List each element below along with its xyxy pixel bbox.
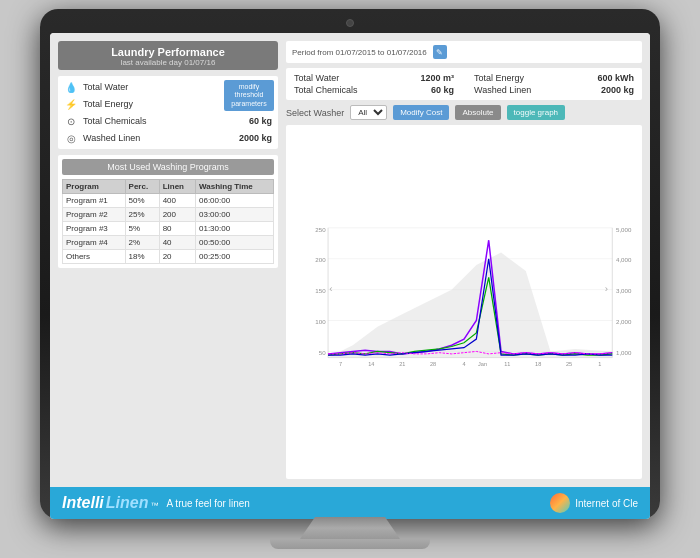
- program-linen: 80: [159, 222, 195, 236]
- svg-text:‹: ‹: [329, 283, 332, 294]
- period-bar: Period from 01/07/2015 to 01/07/2016 ✎: [286, 41, 642, 63]
- svg-text:4,000: 4,000: [616, 256, 632, 263]
- right-linen-label: Washed Linen: [474, 85, 595, 95]
- svg-text:18: 18: [535, 361, 541, 367]
- right-linen-value: 2000 kg: [601, 85, 634, 95]
- monitor-base: [270, 539, 430, 549]
- right-stats: Total Water 1200 m³ Total Energy 600 kWh…: [286, 68, 642, 100]
- toggle-graph-button[interactable]: toggle graph: [507, 105, 565, 120]
- select-washer-label: Select Washer: [286, 108, 344, 118]
- svg-text:150: 150: [315, 287, 326, 294]
- total-chemicals-value: 60 kg: [249, 116, 272, 126]
- table-row: Program #225%20003:00:00: [63, 208, 274, 222]
- program-perc: 2%: [125, 236, 159, 250]
- screen-footer: Intelli Linen ™ A true feel for linen In…: [50, 487, 650, 519]
- modify-threshold-button[interactable]: modify threshold parameters: [224, 80, 274, 111]
- brand-intelli: Intelli: [62, 494, 104, 512]
- svg-text:21: 21: [399, 361, 405, 367]
- left-stats: modify threshold parameters 💧 Total Wate…: [58, 76, 278, 149]
- program-name: Program #1: [63, 194, 126, 208]
- svg-text:5,000: 5,000: [616, 226, 632, 233]
- table-row: Program #42%4000:50:00: [63, 236, 274, 250]
- chemicals-icon: ⊙: [64, 114, 78, 128]
- svg-text:1,000: 1,000: [616, 349, 632, 356]
- col-time: Washing Time: [196, 180, 274, 194]
- period-edit-button[interactable]: ✎: [433, 45, 447, 59]
- svg-text:7: 7: [339, 361, 342, 367]
- modify-cost-button[interactable]: Modify Cost: [393, 105, 449, 120]
- panel-title: Laundry Performance: [62, 46, 274, 58]
- washed-linen-row: ◎ Washed Linen 2000 kg: [64, 131, 272, 145]
- col-linen: Linen: [159, 180, 195, 194]
- brand-tm: ™: [150, 501, 158, 510]
- program-time: 00:25:00: [196, 250, 274, 264]
- program-linen: 200: [159, 208, 195, 222]
- svg-text:250: 250: [315, 226, 326, 233]
- programs-table: Program Perc. Linen Washing Time Program…: [62, 179, 274, 264]
- svg-text:›: ›: [605, 283, 608, 294]
- program-perc: 18%: [125, 250, 159, 264]
- col-perc: Perc.: [125, 180, 159, 194]
- right-energy-value: 600 kWh: [597, 73, 634, 83]
- right-energy-row: Total Energy 600 kWh: [474, 73, 634, 83]
- footer-tagline: A true feel for linen: [166, 498, 249, 509]
- absolute-button[interactable]: Absolute: [455, 105, 500, 120]
- right-panel: Period from 01/07/2015 to 01/07/2016 ✎ T…: [286, 41, 642, 479]
- program-time: 03:00:00: [196, 208, 274, 222]
- svg-marker-18: [328, 253, 612, 358]
- footer-brand: Intelli Linen ™: [62, 494, 158, 512]
- footer-logo: [550, 493, 570, 513]
- svg-text:100: 100: [315, 318, 326, 325]
- svg-text:4: 4: [462, 361, 465, 367]
- total-energy-label: Total Energy: [83, 99, 230, 109]
- screen-content: Laundry Performance last available day 0…: [50, 33, 650, 487]
- most-used-title: Most Used Washing Programs: [62, 159, 274, 175]
- svg-text:2,000: 2,000: [616, 318, 632, 325]
- program-name: Program #3: [63, 222, 126, 236]
- total-chemicals-label: Total Chemicals: [83, 116, 244, 126]
- svg-text:11: 11: [504, 361, 510, 367]
- washed-linen-value: 2000 kg: [239, 133, 272, 143]
- right-linen-row: Washed Linen 2000 kg: [474, 85, 634, 95]
- program-linen: 40: [159, 236, 195, 250]
- right-water-label: Total Water: [294, 73, 414, 83]
- svg-text:14: 14: [368, 361, 374, 367]
- program-name: Others: [63, 250, 126, 264]
- total-water-label: Total Water: [83, 82, 233, 92]
- linen-icon: ◎: [64, 131, 78, 145]
- right-water-row: Total Water 1200 m³: [294, 73, 454, 83]
- svg-text:3,000: 3,000: [616, 287, 632, 294]
- camera-dot: [346, 19, 354, 27]
- most-used-box: Most Used Washing Programs Program Perc.…: [58, 155, 278, 268]
- panel-title-box: Laundry Performance last available day 0…: [58, 41, 278, 70]
- svg-text:25: 25: [566, 361, 572, 367]
- controls-row: Select Washer All Modify Cost Absolute t…: [286, 105, 642, 120]
- program-time: 06:00:00: [196, 194, 274, 208]
- right-water-value: 1200 m³: [420, 73, 454, 83]
- table-row: Others18%2000:25:00: [63, 250, 274, 264]
- svg-text:1: 1: [598, 361, 601, 367]
- footer-brand-group: Intelli Linen ™ A true feel for linen: [62, 494, 250, 512]
- program-name: Program #4: [63, 236, 126, 250]
- program-perc: 50%: [125, 194, 159, 208]
- program-perc: 5%: [125, 222, 159, 236]
- monitor: Laundry Performance last available day 0…: [40, 9, 660, 519]
- program-linen: 400: [159, 194, 195, 208]
- monitor-stand: [300, 517, 400, 539]
- program-perc: 25%: [125, 208, 159, 222]
- right-chemicals-value: 60 kg: [431, 85, 454, 95]
- program-time: 00:50:00: [196, 236, 274, 250]
- left-panel: Laundry Performance last available day 0…: [58, 41, 278, 479]
- svg-text:28: 28: [430, 361, 436, 367]
- chart-area: 250 200 150 100 50 5,000 4,000 3,000 2,0…: [286, 125, 642, 479]
- program-linen: 20: [159, 250, 195, 264]
- svg-text:200: 200: [315, 256, 326, 263]
- water-icon: 💧: [64, 80, 78, 94]
- program-name: Program #2: [63, 208, 126, 222]
- energy-icon: ⚡: [64, 97, 78, 111]
- footer-right-text: Internet of Cle: [575, 498, 638, 509]
- washer-select[interactable]: All: [350, 105, 387, 120]
- svg-text:50: 50: [319, 349, 326, 356]
- svg-text:Jan: Jan: [478, 361, 487, 367]
- right-chemicals-row: Total Chemicals 60 kg: [294, 85, 454, 95]
